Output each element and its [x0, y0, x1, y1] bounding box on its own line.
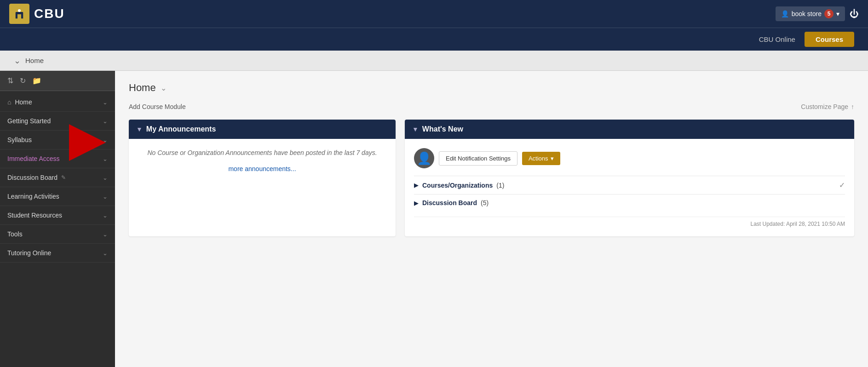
sidebar-label-home: Home	[15, 98, 32, 106]
sidebar-item-home-left: ⌂ Home	[7, 98, 32, 106]
announcements-title: My Announcements	[146, 125, 216, 133]
main-layout: ⇅ ↻ 📁 ⌂ Home ⌄ Getting Started ⌄ Sylla	[0, 71, 868, 367]
top-right-area: 👤 book store 5 ▾ ⏻	[776, 6, 859, 21]
customize-page-button[interactable]: Customize Page ↑	[801, 103, 854, 110]
breadcrumb-chevron[interactable]: ⌄	[14, 56, 21, 66]
announcements-card: ▼ My Announcements No Course or Organiza…	[129, 120, 396, 236]
announcements-body: No Course or Organization Announcements …	[129, 139, 396, 194]
sidebar-item-learning-activities[interactable]: Learning Activities ⌄	[0, 187, 115, 206]
last-updated-text: Last Updated: April 28, 2021 10:50 AM	[414, 217, 845, 227]
modules-grid: ▼ My Announcements No Course or Organiza…	[129, 120, 854, 236]
chevron-syllabus: ⌄	[103, 137, 108, 143]
folder-icon[interactable]: 📁	[32, 76, 41, 85]
person-icon: 👤	[781, 10, 789, 17]
chevron-getting-started: ⌄	[103, 118, 108, 125]
chevron-tools: ⌄	[103, 231, 108, 238]
nav-courses-button[interactable]: Courses	[805, 32, 854, 47]
svg-point-3	[18, 9, 21, 12]
actions-button[interactable]: Actions ▾	[522, 152, 560, 165]
breadcrumb-home: Home	[25, 57, 44, 64]
badge-count: 5	[824, 9, 834, 18]
sidebar-item-discussion-board[interactable]: Discussion Board ✎ ⌄	[0, 168, 115, 187]
sidebar-item-immediate-access[interactable]: Immediate Access ⌄	[0, 149, 115, 168]
sidebar-toolbar: ⇅ ↻ 📁	[0, 71, 115, 91]
refresh-icon[interactable]: ↻	[20, 76, 26, 85]
whats-new-toolbar: 👤 Edit Notification Settings Actions ▾	[414, 148, 845, 168]
edit-notification-settings-button[interactable]: Edit Notification Settings	[439, 151, 517, 166]
edit-icon-small: ✎	[61, 174, 66, 181]
sidebar-label-immediate-access: Immediate Access	[7, 155, 60, 162]
sidebar-item-getting-started[interactable]: Getting Started ⌄	[0, 112, 115, 131]
avatar: 👤	[414, 148, 434, 168]
home-icon: ⌂	[7, 98, 11, 106]
whats-new-item-courses: ▶ Courses/Organizations (1) ✓	[414, 176, 845, 194]
page-title-chevron[interactable]: ⌄	[161, 84, 167, 92]
whats-new-card: ▼ What's New 👤 Edit Notification Setting…	[405, 120, 854, 236]
chevron-learning-activities: ⌄	[103, 193, 108, 200]
upload-icon: ↑	[851, 103, 854, 110]
actions-chevron: ▾	[551, 155, 554, 162]
top-header: CBU 👤 book store 5 ▾ ⏻	[0, 0, 868, 28]
sidebar: ⇅ ↻ 📁 ⌂ Home ⌄ Getting Started ⌄ Sylla	[0, 71, 115, 367]
whats-new-title: What's New	[422, 125, 463, 133]
page-title: Home	[129, 82, 156, 94]
content-area: Home ⌄ Add Course Module Customize Page …	[115, 71, 868, 367]
add-course-module-link[interactable]: Add Course Module	[129, 103, 186, 110]
courses-org-label: Courses/Organizations	[422, 182, 493, 189]
chevron-tutoring-online: ⌄	[103, 250, 108, 257]
sidebar-label-learning-activities: Learning Activities	[7, 193, 59, 200]
action-bar: Add Course Module Customize Page ↑	[129, 103, 854, 110]
sidebar-label-student-resources: Student Resources	[7, 212, 62, 219]
nav-cbu-online[interactable]: CBU Online	[759, 35, 795, 43]
more-announcements-link[interactable]: more announcements...	[138, 165, 386, 172]
sidebar-item-tutoring-online[interactable]: Tutoring Online ⌄	[0, 244, 115, 263]
sidebar-label-discussion-board: Discussion Board	[7, 174, 57, 181]
check-icon-courses: ✓	[839, 181, 845, 189]
logo-area: CBU	[9, 4, 65, 24]
announcements-text: No Course or Organization Announcements …	[138, 148, 386, 158]
chevron-discussion-board: ⌄	[103, 174, 108, 181]
discussion-board-link[interactable]: Discussion Board	[422, 199, 477, 206]
logo-text: CBU	[34, 6, 65, 21]
sidebar-label-tools: Tools	[7, 230, 23, 238]
expand-courses-icon[interactable]: ▶	[414, 182, 419, 189]
sidebar-item-student-resources[interactable]: Student Resources ⌄	[0, 206, 115, 225]
dropdown-icon: ▾	[836, 10, 839, 17]
collapse-icon-announcements[interactable]: ▼	[136, 126, 143, 133]
expand-discussion-icon[interactable]: ▶	[414, 200, 419, 206]
bookstore-label: book store	[792, 10, 822, 17]
announcements-header: ▼ My Announcements	[129, 120, 396, 139]
page-title-row: Home ⌄	[129, 82, 854, 94]
person-silhouette: 👤	[417, 151, 431, 166]
sidebar-item-home[interactable]: ⌂ Home ⌄	[0, 93, 115, 112]
sort-icon[interactable]: ⇅	[7, 76, 13, 85]
sidebar-label-getting-started: Getting Started	[7, 117, 51, 125]
whats-new-header: ▼ What's New	[405, 120, 854, 139]
power-icon[interactable]: ⏻	[850, 9, 859, 19]
actions-label: Actions	[529, 155, 548, 162]
chevron-student-resources: ⌄	[103, 212, 108, 219]
discussion-board-label: Discussion Board	[422, 199, 477, 206]
whats-new-item-discussion: ▶ Discussion Board (5)	[414, 194, 845, 211]
cbu-logo-icon	[9, 4, 29, 24]
chevron-home: ⌄	[103, 99, 108, 106]
bookstore-button[interactable]: 👤 book store 5 ▾	[776, 6, 845, 21]
chevron-immediate-access: ⌄	[103, 155, 108, 162]
discussion-board-count: (5)	[481, 199, 489, 206]
collapse-icon-whats-new[interactable]: ▼	[412, 126, 419, 133]
whats-new-body: 👤 Edit Notification Settings Actions ▾	[405, 139, 854, 236]
customize-label: Customize Page	[801, 103, 848, 110]
sidebar-item-syllabus[interactable]: Syllabus ⌄	[0, 131, 115, 149]
content-inner: Home ⌄ Add Course Module Customize Page …	[115, 71, 868, 247]
svg-rect-1	[17, 14, 21, 19]
courses-organizations-link[interactable]: Courses/Organizations	[422, 182, 493, 189]
nav-bar: CBU Online Courses	[0, 28, 868, 51]
courses-org-count: (1)	[496, 182, 504, 189]
sidebar-nav: ⌂ Home ⌄ Getting Started ⌄ Syllabus ⌄	[0, 91, 115, 263]
sidebar-item-tools[interactable]: Tools ⌄	[0, 225, 115, 244]
sidebar-label-syllabus: Syllabus	[7, 136, 32, 143]
whats-new-items: ▶ Courses/Organizations (1) ✓	[414, 176, 845, 211]
sidebar-label-tutoring-online: Tutoring Online	[7, 249, 51, 257]
breadcrumb-bar: ⌄ Home	[0, 51, 868, 71]
